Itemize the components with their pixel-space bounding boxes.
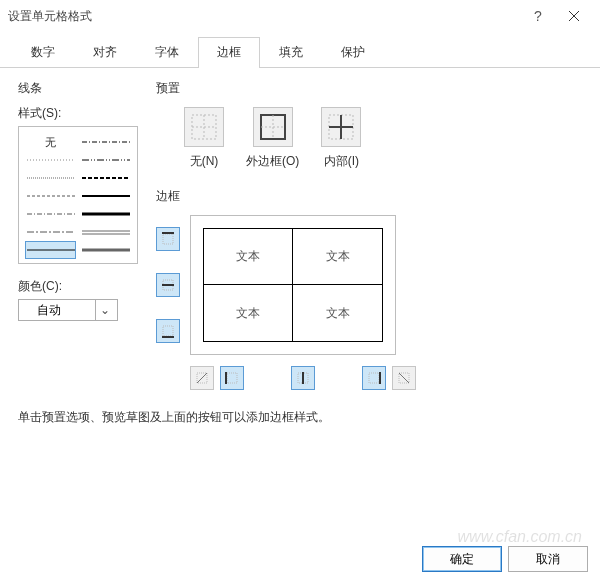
tab-border[interactable]: 边框 (198, 37, 260, 68)
border-bottom-button[interactable] (156, 319, 180, 343)
border-left-button[interactable] (220, 366, 244, 390)
style-opt[interactable] (80, 187, 131, 205)
style-opt[interactable] (80, 151, 131, 169)
svg-line-32 (197, 373, 207, 383)
style-opt[interactable] (80, 133, 131, 151)
svg-rect-33 (227, 373, 237, 383)
style-label: 样式(S): (18, 105, 138, 122)
svg-line-40 (399, 373, 409, 383)
preview-cell: 文本 (293, 285, 382, 341)
style-opt-selected[interactable] (25, 241, 76, 259)
style-opt[interactable] (25, 151, 76, 169)
tab-number[interactable]: 数字 (12, 37, 74, 68)
preset-group-label: 预置 (156, 80, 582, 97)
preset-outline-button[interactable] (253, 107, 293, 147)
style-opt[interactable] (25, 205, 76, 223)
cancel-button[interactable]: 取消 (508, 546, 588, 572)
line-group-label: 线条 (18, 80, 138, 97)
preset-inside-button[interactable] (321, 107, 361, 147)
tab-bar: 数字 对齐 字体 边框 填充 保护 (0, 36, 600, 68)
tab-fill[interactable]: 填充 (260, 37, 322, 68)
preset-outline-label: 外边框(O) (246, 153, 299, 170)
help-icon[interactable]: ? (520, 0, 556, 32)
border-hmid-button[interactable] (156, 273, 180, 297)
style-opt[interactable] (80, 223, 131, 241)
border-diag-down-button[interactable] (392, 366, 416, 390)
border-group-label: 边框 (156, 188, 582, 205)
color-select[interactable]: 自动 ⌄ (18, 299, 118, 321)
border-vmid-button[interactable] (291, 366, 315, 390)
watermark: www.cfan.com.cn (458, 528, 582, 546)
tab-protection[interactable]: 保护 (322, 37, 384, 68)
window-title: 设置单元格格式 (8, 8, 520, 25)
ok-button[interactable]: 确定 (422, 546, 502, 572)
line-style-list[interactable]: 无 (18, 126, 138, 264)
chevron-down-icon: ⌄ (95, 300, 113, 320)
style-none[interactable]: 无 (45, 135, 56, 150)
preview-cell: 文本 (204, 229, 293, 285)
svg-rect-25 (163, 234, 173, 244)
preview-cell: 文本 (204, 285, 293, 341)
svg-rect-29 (163, 326, 173, 336)
tab-font[interactable]: 字体 (136, 37, 198, 68)
border-diag-up-button[interactable] (190, 366, 214, 390)
style-opt[interactable] (25, 223, 76, 241)
color-label: 颜色(C): (18, 278, 138, 295)
preset-inside-label: 内部(I) (324, 153, 359, 170)
style-opt[interactable] (25, 187, 76, 205)
style-opt[interactable] (80, 205, 131, 223)
close-icon[interactable] (556, 0, 592, 32)
style-opt[interactable] (80, 169, 131, 187)
border-preview[interactable]: 文本 文本 文本 文本 (190, 215, 396, 355)
hint-text: 单击预置选项、预览草图及上面的按钮可以添加边框样式。 (18, 409, 582, 426)
svg-rect-37 (369, 373, 379, 383)
border-top-button[interactable] (156, 227, 180, 251)
color-value: 自动 (37, 302, 61, 319)
border-right-button[interactable] (362, 366, 386, 390)
preview-cell: 文本 (293, 229, 382, 285)
style-opt[interactable] (80, 241, 131, 259)
preset-none-label: 无(N) (190, 153, 219, 170)
titlebar: 设置单元格格式 ? (0, 0, 600, 32)
style-opt[interactable] (25, 169, 76, 187)
preset-none-button[interactable] (184, 107, 224, 147)
tab-alignment[interactable]: 对齐 (74, 37, 136, 68)
